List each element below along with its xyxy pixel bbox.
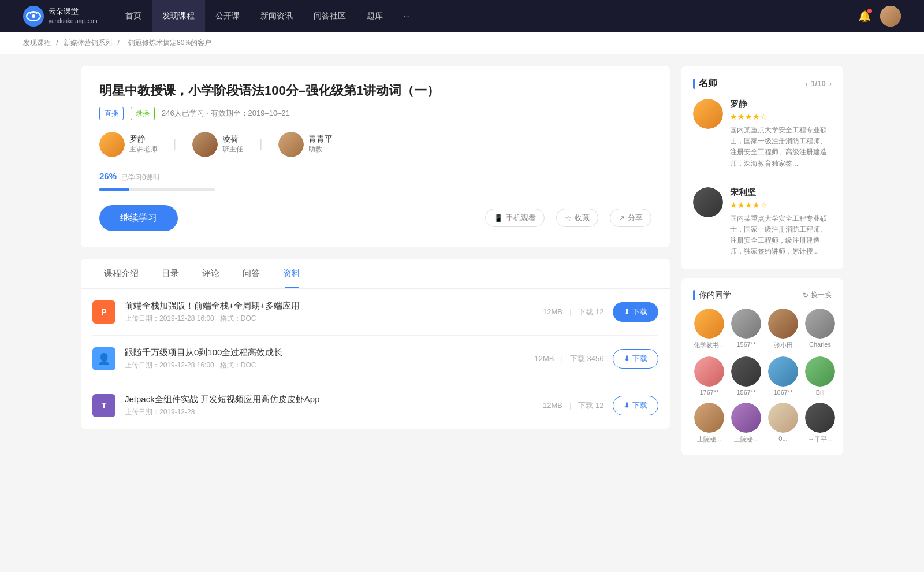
teacher-3: 青青平 助教 — [278, 132, 333, 157]
classmate-1[interactable]: 1567** — [730, 309, 762, 350]
sidebar-teacher-2: 宋利坚 ★★★★☆ 国内某重点大学安全工程专业硕士，国家一级注册消防工程师、注册… — [693, 187, 832, 258]
file-meta-3: 上传日期：2019-12-28 — [125, 407, 534, 417]
course-meta-text: 246人已学习 · 有效期至：2019–10–21 — [162, 108, 290, 118]
tag-record: 录播 — [131, 107, 155, 120]
mobile-icon: 📱 — [494, 214, 503, 222]
classmate-4[interactable]: 1767** — [693, 356, 725, 396]
classmate-9[interactable]: 上院秘... — [730, 403, 762, 444]
teachers-title: 名师 — [699, 77, 717, 90]
classmate-11[interactable]: →干平... — [804, 403, 836, 444]
logo[interactable]: 云朵课堂yunduoketang.com — [23, 6, 98, 27]
avatar-img — [880, 6, 901, 27]
user-avatar[interactable] — [880, 6, 901, 27]
teachers-card-title: 名师 ‹ 1/10 › — [693, 77, 832, 90]
breadcrumb: 发现课程 / 新媒体营销系列 / 销冠修炼术搞定80%的客户 — [0, 32, 924, 54]
collect-button[interactable]: ☆ 收藏 — [556, 209, 598, 227]
bell-dot — [867, 9, 872, 13]
breadcrumb-series[interactable]: 新媒体营销系列 — [64, 39, 112, 47]
classmate-6[interactable]: 1867** — [767, 356, 799, 396]
bell-icon[interactable]: 🔔 — [858, 10, 871, 23]
refresh-button[interactable]: ↻ 换一换 — [803, 290, 832, 300]
course-title: 明星中教授课，小学阶段语法100分–强化级第1讲动词（一） — [99, 82, 651, 100]
nav-quiz[interactable]: 题库 — [356, 0, 393, 32]
classmate-0[interactable]: 化学教书... — [693, 309, 725, 350]
nav-home[interactable]: 首页 — [115, 0, 152, 32]
continue-button[interactable]: 继续学习 — [99, 205, 178, 231]
pagination-text: 1/10 — [811, 79, 825, 88]
file-stats-2: 12MB | 下载 3456 — [534, 354, 603, 364]
tab-catalog[interactable]: 目录 — [150, 259, 191, 288]
file-name-1: 前端全栈加强版！前端全栈+全周期+多端应用 — [125, 300, 534, 311]
progress-sub: 已学习0课时 — [121, 173, 160, 183]
star-icon: ☆ — [565, 214, 572, 222]
classmates-title-bar — [693, 290, 695, 300]
classmate-5[interactable]: 1567** — [730, 356, 762, 396]
classmates-title: 你的同学 — [699, 290, 731, 300]
progress-bar-fill — [99, 188, 129, 191]
classmate-7[interactable]: Bill — [804, 356, 836, 396]
main-container: 明星中教授课，小学阶段语法100分–强化级第1讲动词（一） 直播 录播 246人… — [58, 54, 866, 467]
title-bar — [693, 79, 695, 89]
course-teachers: 罗静 主讲老师 | 凌荷 班主任 | — [99, 132, 651, 157]
progress-label: 26% — [99, 171, 117, 181]
nav-qa[interactable]: 问答社区 — [303, 0, 356, 32]
prev-page-icon[interactable]: ‹ — [805, 79, 807, 88]
tab-intro[interactable]: 课程介绍 — [92, 259, 150, 288]
teacher-1-role: 主讲老师 — [129, 144, 157, 154]
file-info-1: 前端全栈加强版！前端全栈+全周期+多端应用 上传日期：2019-12-28 16… — [125, 300, 534, 324]
classmate-3[interactable]: Charles — [804, 309, 836, 350]
navbar: 云朵课堂yunduoketang.com 首页 发现课程 公开课 新闻资讯 问答… — [0, 0, 924, 32]
sidebar-teacher-1-avatar — [693, 99, 723, 129]
file-name-3: Jetpack全组件实战 开发短视频应用高仿皮皮虾App — [125, 394, 534, 405]
progress-section: 26% 已学习0课时 — [99, 171, 651, 191]
tab-qa[interactable]: 问答 — [231, 259, 271, 288]
refresh-icon: ↻ — [803, 291, 808, 299]
pagination-nav: ‹ 1/10 › — [805, 79, 832, 88]
logo-text: 云朵课堂yunduoketang.com — [49, 7, 98, 25]
classmate-8[interactable]: 上院秘... — [693, 403, 725, 444]
sidebar-teacher-1-desc: 国内某重点大学安全工程专业硕士，国家一级注册消防工程师、注册安全工程师、高级注册… — [730, 125, 832, 169]
next-page-icon[interactable]: › — [829, 79, 832, 88]
nav-links: 首页 发现课程 公开课 新闻资讯 问答社区 题库 ··· — [115, 0, 858, 32]
classmates-card-title: 你的同学 ↻ 换一换 — [693, 290, 832, 300]
sidebar-teacher-2-stars: ★★★★☆ — [730, 200, 832, 210]
logo-icon — [23, 6, 44, 27]
breadcrumb-current: 销冠修炼术搞定80%的客户 — [128, 39, 211, 47]
teacher-2-avatar — [192, 132, 218, 157]
nav-open[interactable]: 公开课 — [205, 0, 250, 32]
file-info-3: Jetpack全组件实战 开发短视频应用高仿皮皮虾App 上传日期：2019-1… — [125, 394, 534, 417]
classmates-grid: 化学教书... 1567** 张小田 Charles 1767** — [693, 309, 832, 444]
sidebar-teacher-1-name: 罗静 — [730, 99, 832, 110]
tab-materials[interactable]: 资料 — [271, 259, 312, 288]
action-row: 继续学习 📱 手机观看 ☆ 收藏 ↗ 分享 — [99, 205, 651, 231]
classmate-2[interactable]: 张小田 — [767, 309, 799, 350]
teacher-1-avatar — [99, 132, 125, 157]
teacher-3-role: 助教 — [308, 144, 333, 154]
tab-comments[interactable]: 评论 — [191, 259, 231, 288]
nav-discover[interactable]: 发现课程 — [152, 0, 205, 32]
file-name-2: 跟随千万级项目从0到100全过程高效成长 — [125, 347, 525, 358]
teachers-card: 名师 ‹ 1/10 › 罗静 ★★★★☆ 国内某重点大学安全工程专业硕士，国家一… — [681, 66, 843, 269]
file-info-2: 跟随千万级项目从0到100全过程高效成长 上传日期：2019-12-28 16:… — [125, 347, 525, 370]
file-meta-2: 上传日期：2019-12-28 16:00 格式：DOC — [125, 361, 525, 370]
file-stats-1: 12MB | 下载 12 — [543, 307, 603, 317]
sidebar-teacher-1-stars: ★★★★☆ — [730, 112, 832, 121]
mobile-watch-button[interactable]: 📱 手机观看 — [485, 209, 545, 227]
download-btn-3[interactable]: ⬇ 下载 — [613, 396, 658, 415]
action-icons: 📱 手机观看 ☆ 收藏 ↗ 分享 — [485, 209, 651, 227]
file-item-2: 👤 跟随千万级项目从0到100全过程高效成长 上传日期：2019-12-28 1… — [92, 336, 658, 382]
file-item-3: T Jetpack全组件实战 开发短视频应用高仿皮皮虾App 上传日期：2019… — [92, 382, 658, 429]
classmate-10[interactable]: 0... — [767, 403, 799, 444]
file-icon-3: T — [92, 394, 116, 417]
course-meta: 直播 录播 246人已学习 · 有效期至：2019–10–21 — [99, 107, 651, 120]
classmates-card: 你的同学 ↻ 换一换 化学教书... 1567** 张小田 — [681, 278, 843, 455]
file-list: P 前端全栈加强版！前端全栈+全周期+多端应用 上传日期：2019-12-28 … — [81, 289, 670, 429]
download-btn-1[interactable]: ⬇ 下载 — [613, 302, 658, 322]
left-content: 明星中教授课，小学阶段语法100分–强化级第1讲动词（一） 直播 录播 246人… — [81, 66, 670, 455]
breadcrumb-discover[interactable]: 发现课程 — [23, 39, 51, 47]
share-button[interactable]: ↗ 分享 — [610, 209, 651, 227]
sidebar-teacher-2-desc: 国内某重点大学安全工程专业硕士，国家一级注册消防工程师、注册安全工程师，级注册建… — [730, 213, 832, 258]
download-btn-2[interactable]: ⬇ 下载 — [613, 349, 658, 369]
nav-news[interactable]: 新闻资讯 — [250, 0, 303, 32]
nav-more[interactable]: ··· — [393, 0, 421, 32]
